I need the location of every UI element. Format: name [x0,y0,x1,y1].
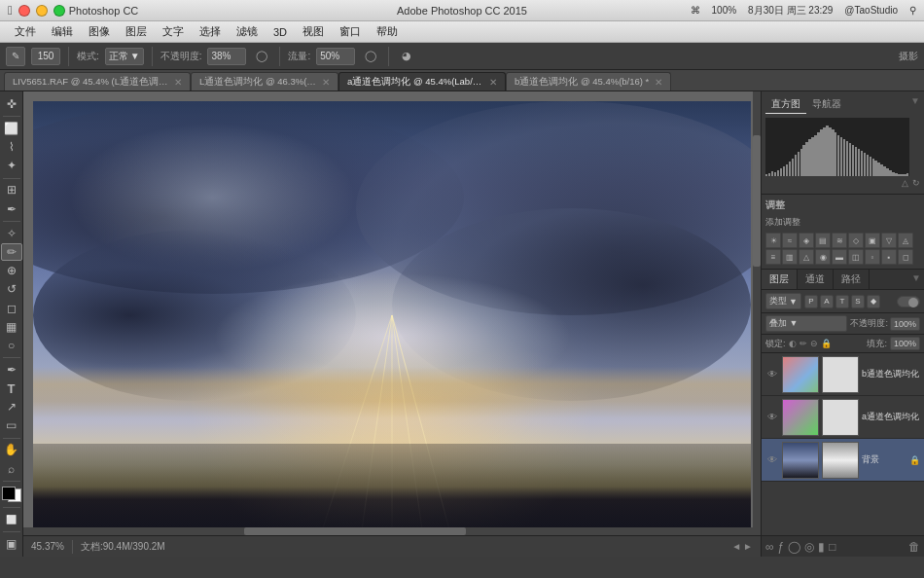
new-adjustment-btn[interactable]: ◎ [804,540,814,554]
adj-photo-filter[interactable]: ◬ [898,233,913,248]
filter-smart-btn[interactable]: ◆ [867,295,880,308]
menu-select[interactable]: 选择 [193,22,228,41]
vertical-scrollbar[interactable] [753,91,761,529]
menu-filter[interactable]: 滤镜 [230,22,265,41]
menu-window[interactable]: 窗口 [333,22,368,41]
layer-item-a[interactable]: 👁 a通道色调均化 [762,396,924,439]
layer-blend-mode-select[interactable]: 叠加 ▼ [765,315,847,332]
layers-panel-menu-icon[interactable]: ▼ [908,270,924,289]
adj-vibrance[interactable]: ≋ [832,233,847,248]
eyedropper-tool[interactable]: ✒ [1,200,22,218]
opacity-slider-icon[interactable]: ◯ [252,47,271,66]
adj-extra2[interactable]: ◻ [898,249,913,265]
filter-type-btn[interactable]: T [835,295,849,308]
path-select-tool[interactable]: ↗ [1,398,22,415]
layer-opacity-value[interactable]: 100% [890,317,920,331]
menu-help[interactable]: 帮助 [370,22,405,41]
tab-close-1[interactable]: ✕ [174,77,182,88]
lock-all-icon[interactable]: 🔒 [821,339,832,348]
heal-tool[interactable]: ✧ [1,225,22,242]
screen-mode-toggle[interactable]: ▣ [1,535,22,553]
menu-3d[interactable]: 3D [267,24,294,40]
tab-layers[interactable]: 图层 [762,270,798,289]
foreground-color[interactable] [2,487,16,500]
blend-mode-dropdown[interactable]: 正常 ▼ [105,48,144,65]
add-layer-style-btn[interactable]: ƒ [778,540,785,554]
tab-navigator[interactable]: 导航器 [806,95,847,114]
adj-threshold[interactable]: ▬ [832,249,847,265]
filter-adjust-btn[interactable]: A [820,295,834,308]
adj-curves[interactable]: ≈ [782,233,798,248]
menu-image[interactable]: 图像 [82,22,117,41]
brush-tool[interactable]: ✏ [1,243,22,262]
new-layer-btn[interactable]: □ [829,540,835,554]
layer-type-filter[interactable]: 类型 ▼ [765,293,801,309]
tab-histogram[interactable]: 直方图 [765,95,806,114]
lock-image-icon[interactable]: ✏ [800,339,807,348]
flow-slider-icon[interactable]: ◯ [361,47,380,66]
zoom-tool[interactable]: ⌕ [1,460,22,478]
prev-nav-btn[interactable]: ◄ [731,541,741,552]
adj-posterize[interactable]: ◉ [815,249,831,265]
delete-layer-btn[interactable]: 🗑 [908,540,920,554]
v-scrollbar-thumb[interactable] [753,135,761,267]
rectangle-select-tool[interactable]: ⬜ [1,120,22,137]
layer-fill-value[interactable]: 100% [890,337,920,350]
adj-hsl[interactable]: ◇ [848,233,864,248]
layer-visibility-a[interactable]: 👁 [765,411,779,424]
new-group-btn[interactable]: ▮ [818,540,825,554]
quick-select-tool[interactable]: ✦ [1,157,22,174]
tab-4[interactable]: b通道色调均化 @ 45.4%(b/16) * ✕ [506,72,671,90]
history-brush-tool[interactable]: ↺ [1,280,22,298]
tab-channels[interactable]: 通道 [798,270,834,289]
lasso-tool[interactable]: ⌇ [1,138,22,156]
h-scrollbar-thumb[interactable] [244,527,465,535]
filter-toggle[interactable] [897,296,920,307]
tab-close-3[interactable]: ✕ [489,77,497,88]
canvas-area[interactable]: 45.37% 文档:90.4M/390.2M ◄ ► [23,91,761,557]
search-icon[interactable]: ⚲ [909,5,916,16]
tab-1[interactable]: LIV5651.RAF @ 45.4% (L通道色调均化, 图层蒙版/16) *… [4,72,191,90]
adj-gradient-map[interactable]: ◫ [848,249,864,265]
menu-edit[interactable]: 编辑 [45,22,80,41]
gradient-tool[interactable]: ▦ [1,318,22,336]
menu-layer[interactable]: 图层 [119,22,154,41]
crop-tool[interactable]: ⊞ [1,181,22,199]
airbrush-toggle[interactable]: ◕ [397,47,416,66]
close-button[interactable] [18,5,30,17]
adj-color-balance[interactable]: ▣ [865,233,880,248]
adj-exposure[interactable]: ▤ [815,233,831,248]
adj-bw[interactable]: ▽ [881,233,897,248]
hand-tool[interactable]: ✋ [1,441,22,458]
tab-close-4[interactable]: ✕ [655,77,662,88]
filter-pixel-btn[interactable]: P [804,295,818,308]
tab-3[interactable]: a通道色调均化 @ 45.4%(Lab/16) * ✕ [338,72,506,90]
quick-mask-toggle[interactable]: ⬜ [1,511,22,528]
adj-levels[interactable]: ◈ [799,233,814,248]
opacity-input[interactable]: 38% [207,48,246,65]
tab-2[interactable]: L通道色调均化 @ 46.3%(彩/16) * ✕ [191,72,338,90]
layer-visibility-b[interactable]: 👁 [765,368,779,381]
adj-extra1[interactable]: ▪ [881,249,897,265]
foreground-background-colors[interactable] [2,487,21,503]
maximize-button[interactable] [53,5,65,17]
refresh-icon[interactable]: ↻ [912,178,920,188]
menu-view[interactable]: 视图 [296,22,331,41]
filter-shape-btn[interactable]: S [851,295,865,308]
tab-close-2[interactable]: ✕ [322,77,330,88]
adj-invert[interactable]: △ [799,249,814,265]
pen-tool[interactable]: ✒ [1,361,22,379]
layer-item-bg[interactable]: 👁 背景 🔒 [762,439,924,482]
flow-input[interactable]: 50% [316,48,355,65]
adj-channel-mixer[interactable]: ≡ [765,249,781,265]
tool-preset[interactable]: ✎ [6,47,25,66]
text-tool[interactable]: T [1,379,22,397]
panel-options-icon[interactable]: ▼ [910,95,920,114]
move-tool[interactable]: ✜ [1,95,22,113]
adj-brightness[interactable]: ☀ [765,233,781,248]
layer-visibility-bg[interactable]: 👁 [765,453,779,467]
layer-link-icon[interactable]: ∞ [765,540,774,554]
layer-item-b[interactable]: 👁 b通道色调均化 [762,353,924,396]
adj-selective-color[interactable]: ▫ [865,249,880,265]
brush-size-input[interactable]: 150 [31,48,60,65]
